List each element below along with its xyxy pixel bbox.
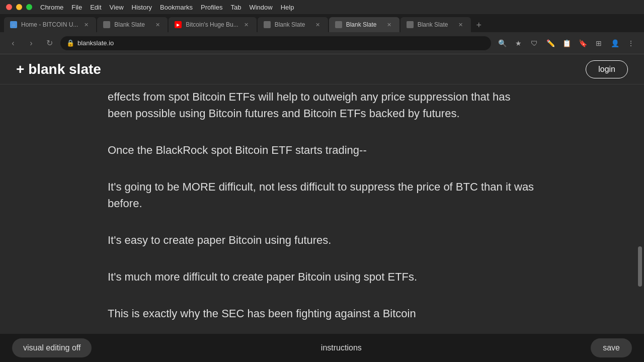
address-input[interactable]: 🔒 blankslate.io [60, 36, 491, 50]
forward-button[interactable]: › [24, 36, 38, 50]
tab-close-youtube[interactable]: ✕ [243, 21, 251, 29]
tab-favicon-blank1 [103, 21, 110, 28]
bookmark-icon[interactable]: ★ [511, 36, 525, 50]
site-logo[interactable]: + blank slate [16, 61, 101, 77]
extension-icon-4[interactable]: 🔖 [576, 36, 590, 50]
menu-bookmarks[interactable]: Bookmarks [160, 4, 193, 11]
tab-youtube[interactable]: ▶ Bitcoin's Huge Bu... ✕ [169, 17, 256, 32]
instructions-button[interactable]: instructions [321, 338, 362, 357]
article-text-3: It's going to be MORE difficult, not les… [108, 178, 536, 212]
menu-edit[interactable]: Edit [90, 4, 101, 11]
mac-menu-bar: Chrome File Edit View History Bookmarks … [40, 4, 294, 11]
content-area: effects from spot Bitcoin ETFs will help… [0, 84, 644, 362]
tab-label-blank3: Blank Slate [346, 21, 381, 28]
minimize-window-button[interactable] [16, 4, 22, 10]
tab-blank-slate-2[interactable]: Blank Slate ✕ [258, 17, 328, 32]
toolbar-icons: 🔍 ★ 🛡 ✏️ 📋 🔖 ⊞ 👤 ⋮ [495, 36, 638, 50]
menu-dots-icon[interactable]: ⋮ [624, 36, 638, 50]
tab-label-home: Home - BITCOIN U... [21, 21, 78, 28]
article-paragraph-5: It's much more difficult to create paper… [108, 264, 536, 285]
tab-label-youtube: Bitcoin's Huge Bu... [186, 21, 238, 28]
menu-view[interactable]: View [110, 4, 124, 11]
tab-close-blank3[interactable]: ✕ [385, 21, 393, 29]
menu-window[interactable]: Window [249, 4, 272, 11]
address-bar: ‹ › ↻ 🔒 blankslate.io 🔍 ★ 🛡 ✏️ 📋 🔖 ⊞ 👤 ⋮ [0, 32, 644, 54]
tab-close-blank2[interactable]: ✕ [314, 21, 322, 29]
menu-file[interactable]: File [71, 4, 82, 11]
article-paragraph-4: It's easy to create paper Bitcoin using … [108, 228, 536, 248]
tab-favicon-blank2 [264, 21, 271, 28]
reload-button[interactable]: ↻ [42, 36, 56, 50]
site-header: + blank slate login [0, 54, 644, 84]
url-text: blankslate.io [77, 39, 485, 47]
tab-label-blank2: Blank Slate [275, 21, 310, 28]
article-text-6: This is exactly why the SEC has been fig… [108, 305, 536, 322]
article-text-5: It's much more difficult to create paper… [108, 268, 536, 285]
article-text-2: Once the BlackRock spot Bitcoin ETF star… [108, 142, 536, 158]
tab-blank-slate-1[interactable]: Blank Slate ✕ [97, 17, 168, 32]
mac-titlebar: Chrome File Edit View History Bookmarks … [0, 0, 644, 14]
extension-icon-3[interactable]: 📋 [559, 36, 574, 50]
back-button[interactable]: ‹ [6, 36, 20, 50]
article-paragraph-2: Once the BlackRock spot Bitcoin ETF star… [108, 138, 536, 158]
tab-favicon-blank3 [335, 21, 342, 28]
article-paragraph-3: It's going to be MORE difficult, not les… [108, 174, 536, 212]
bottom-bar: visual editing off instructions save [0, 334, 644, 362]
tab-close-blank4[interactable]: ✕ [457, 21, 465, 29]
page-content: + blank slate login effects from spot Bi… [0, 54, 644, 362]
menu-help[interactable]: Help [281, 4, 294, 11]
article-paragraph-1: effects from spot Bitcoin ETFs will help… [108, 84, 536, 122]
new-tab-button[interactable]: + [472, 18, 486, 32]
tab-bar: ⌂ Home - BITCOIN U... ✕ Blank Slate ✕ ▶ … [0, 14, 644, 32]
tab-close-blank1[interactable]: ✕ [153, 21, 162, 29]
menu-tab[interactable]: Tab [230, 4, 241, 11]
close-window-button[interactable] [6, 4, 12, 10]
extension-icon-1[interactable]: 🛡 [527, 36, 541, 50]
profile-icon[interactable]: 👤 [608, 36, 622, 50]
content-inner: effects from spot Bitcoin ETFs will help… [96, 84, 548, 322]
menu-history[interactable]: History [132, 4, 152, 11]
tab-close-home[interactable]: ✕ [82, 21, 90, 29]
article-text-4: It's easy to create paper Bitcoin using … [108, 232, 536, 248]
visual-editing-button[interactable]: visual editing off [12, 338, 92, 357]
article-text-1: effects from spot Bitcoin ETFs will help… [108, 88, 536, 122]
extension-icon-2[interactable]: ✏️ [543, 36, 557, 50]
search-icon[interactable]: 🔍 [495, 36, 509, 50]
tab-blank-slate-3[interactable]: Blank Slate ✕ [329, 17, 399, 32]
tab-label-blank4: Blank Slate [418, 21, 453, 28]
tab-home-bitcoin[interactable]: ⌂ Home - BITCOIN U... ✕ [4, 17, 96, 32]
scrollbar-thumb[interactable] [638, 246, 642, 287]
scrollbar[interactable] [638, 115, 642, 334]
login-button[interactable]: login [586, 60, 628, 78]
tab-label-blank1: Blank Slate [114, 21, 149, 28]
tab-blank-slate-4[interactable]: Blank Slate ✕ [400, 17, 471, 32]
tab-favicon-blank4 [407, 21, 414, 28]
tab-favicon-home: ⌂ [10, 21, 17, 28]
maximize-window-button[interactable] [26, 4, 32, 10]
article-paragraph-6: This is exactly why the SEC has been fig… [108, 301, 536, 322]
menu-profiles[interactable]: Profiles [201, 4, 222, 11]
lock-icon: 🔒 [66, 39, 74, 47]
menu-chrome[interactable]: Chrome [40, 4, 63, 11]
split-view-icon[interactable]: ⊞ [592, 36, 606, 50]
browser-chrome: ⌂ Home - BITCOIN U... ✕ Blank Slate ✕ ▶ … [0, 14, 644, 54]
save-button[interactable]: save [591, 338, 632, 357]
tab-favicon-youtube: ▶ [175, 21, 182, 28]
